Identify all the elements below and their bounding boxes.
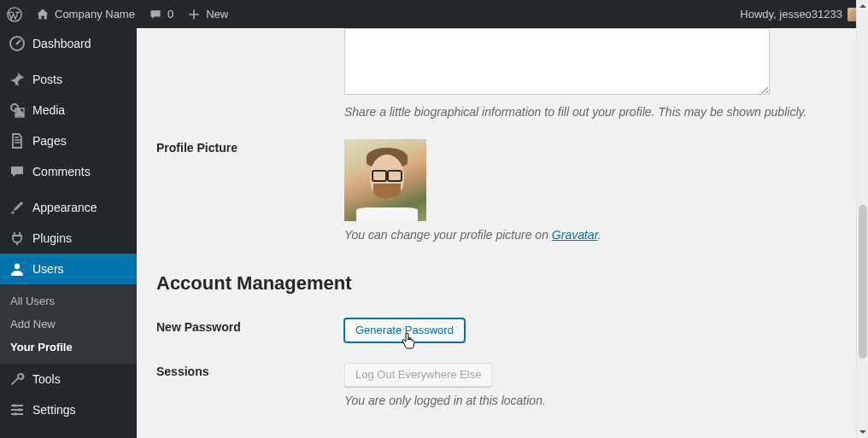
logout-everywhere-button[interactable]: Log Out Everywhere Else — [344, 363, 492, 387]
media-icon — [9, 102, 26, 119]
menu-label: Comments — [32, 165, 91, 178]
new-label: New — [206, 8, 228, 20]
scroll-down-icon[interactable] — [857, 426, 868, 438]
new-password-row: New Password Generate Password — [156, 308, 839, 353]
menu-plugins[interactable]: Plugins — [0, 223, 137, 254]
brush-icon — [9, 199, 26, 216]
submenu-all-users[interactable]: All Users — [0, 289, 137, 312]
comments-link[interactable]: 0 — [149, 8, 173, 21]
admin-toolbar-right: Howdy, jesseo31233 — [740, 8, 861, 21]
menu-label: Posts — [32, 73, 62, 86]
account-management-heading: Account Management — [156, 272, 839, 295]
svg-point-8 — [14, 412, 17, 416]
sessions-help-text: You are only logged in at this location. — [344, 394, 839, 407]
menu-posts[interactable]: Posts — [0, 64, 137, 95]
menu-dashboard[interactable]: Dashboard — [0, 28, 137, 59]
menu-pages[interactable]: Pages — [0, 126, 137, 156]
profile-picture-row: Profile Picture You can change your prof… — [156, 129, 839, 252]
submenu-your-profile[interactable]: Your Profile — [0, 336, 137, 359]
new-content-link[interactable]: New — [187, 8, 228, 21]
page-icon — [9, 132, 26, 149]
user-icon — [9, 260, 26, 277]
profile-picture-help: You can change your profile picture on G… — [344, 228, 839, 242]
comments-count: 0 — [167, 8, 173, 20]
wp-logo-menu[interactable] — [7, 7, 22, 22]
bio-textarea[interactable] — [344, 28, 770, 95]
svg-point-3 — [11, 104, 18, 111]
svg-point-7 — [18, 408, 21, 412]
menu-label: Plugins — [32, 231, 72, 245]
menu-label: Pages — [32, 134, 67, 148]
menu-label: Users — [32, 262, 64, 276]
menu-media[interactable]: Media — [0, 95, 137, 126]
admin-sidebar: Dashboard Posts Media Pages Comments App… — [0, 28, 137, 438]
menu-tools[interactable]: Tools — [0, 364, 137, 394]
bio-row: Share a little biographical information … — [156, 28, 839, 129]
wrench-icon — [9, 371, 26, 388]
gravatar-link[interactable]: Gravatar — [552, 228, 598, 242]
howdy-text: Howdy, jesseo31233 — [740, 8, 842, 20]
menu-comments[interactable]: Comments — [0, 156, 137, 187]
menu-label: Media — [32, 103, 65, 117]
menu-appearance[interactable]: Appearance — [0, 192, 137, 223]
home-icon — [36, 8, 50, 21]
comment-icon — [9, 163, 26, 180]
gravatar-help-prefix: You can change your profile picture on — [344, 228, 552, 242]
users-submenu: All Users Add New Your Profile — [0, 284, 137, 364]
scrollbar-thumb[interactable] — [859, 205, 867, 359]
bio-help-text: Share a little biographical information … — [344, 105, 839, 119]
menu-label: Settings — [32, 403, 76, 417]
new-password-label: New Password — [156, 318, 344, 334]
menu-label: Appearance — [32, 201, 97, 214]
submenu-add-new[interactable]: Add New — [0, 312, 137, 336]
admin-toolbar: Company Name 0 New Howdy, jesseo31233 — [0, 0, 868, 28]
generate-password-button[interactable]: Generate Password — [344, 318, 465, 342]
menu-users[interactable]: Users — [0, 254, 137, 284]
scroll-up-icon[interactable] — [857, 0, 868, 12]
comment-icon — [149, 8, 162, 21]
svg-point-5 — [15, 264, 20, 269]
profile-content: Share a little biographical information … — [139, 28, 856, 438]
site-name-text: Company Name — [55, 8, 135, 20]
vertical-scrollbar[interactable] — [856, 0, 868, 438]
admin-toolbar-left: Company Name 0 New — [7, 7, 228, 22]
sliders-icon — [9, 401, 26, 418]
sessions-label: Sessions — [156, 363, 344, 378]
menu-settings[interactable]: Settings — [0, 394, 137, 425]
menu-label: Tools — [32, 372, 61, 386]
menu-label: Dashboard — [32, 37, 91, 50]
dashboard-icon — [9, 35, 26, 52]
svg-point-6 — [13, 404, 16, 407]
svg-point-2 — [16, 43, 19, 45]
sessions-row: Sessions Log Out Everywhere Else You are… — [156, 353, 839, 418]
plus-icon — [187, 8, 201, 21]
profile-picture-label: Profile Picture — [156, 139, 344, 155]
wordpress-icon — [7, 7, 22, 22]
pin-icon — [9, 71, 26, 88]
plug-icon — [9, 230, 26, 247]
bio-label — [156, 28, 344, 30]
my-account-link[interactable]: Howdy, jesseo31233 — [740, 8, 861, 21]
profile-picture — [344, 139, 426, 221]
site-name-link[interactable]: Company Name — [36, 8, 135, 21]
